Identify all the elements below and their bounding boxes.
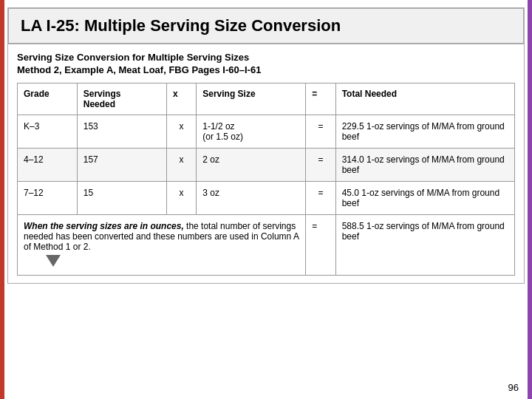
cell-grade: 4–12 <box>18 149 78 182</box>
header-grade: Grade <box>18 83 78 115</box>
cell-total: 229.5 1-oz servings of M/MA from ground … <box>335 115 514 149</box>
header-equals: = <box>306 83 335 115</box>
cell-equals: = <box>306 149 335 182</box>
cell-x: x <box>166 115 196 149</box>
cell-x: x <box>166 182 196 215</box>
header-servings: ServingsNeeded <box>77 83 166 115</box>
page-title: LA I-25: Multiple Serving Size Conversio… <box>21 16 511 35</box>
main-box: Serving Size Conversion for Multiple Ser… <box>7 44 525 284</box>
conversion-table: Grade ServingsNeeded x Serving Size = To… <box>17 83 515 276</box>
cell-servings: 15 <box>77 182 166 215</box>
cell-equals: = <box>306 182 335 215</box>
cell-total: 314.0 1-oz servings of M/MA from ground … <box>335 149 514 182</box>
subtitle-line1: Serving Size Conversion for Multiple Ser… <box>17 52 515 63</box>
content-area: LA I-25: Multiple Serving Size Conversio… <box>7 7 525 392</box>
cell-servings: 153 <box>77 115 166 149</box>
cell-grade: K–3 <box>18 115 78 149</box>
table-row: 4–12 157 x 2 oz = 314.0 1-oz servings of… <box>18 149 515 182</box>
accent-bar-right <box>528 0 532 399</box>
header-x: x <box>166 83 196 115</box>
cell-serving-size: 2 oz <box>197 149 306 182</box>
cell-equals: = <box>306 115 335 149</box>
bottom-row: When the serving sizes are in ounces, th… <box>18 215 515 276</box>
title-box: LA I-25: Multiple Serving Size Conversio… <box>7 7 525 44</box>
bottom-note-bold: When the serving sizes are in ounces, <box>24 221 184 231</box>
bottom-equals: = <box>306 215 335 276</box>
page: LA I-25: Multiple Serving Size Conversio… <box>0 0 532 399</box>
cell-serving-size: 1-1/2 oz(or 1.5 oz) <box>197 115 306 149</box>
header-total-needed: Total Needed <box>335 83 514 115</box>
arrow-down-icon <box>46 255 61 267</box>
bottom-note: When the serving sizes are in ounces, th… <box>18 215 306 276</box>
table-row: 7–12 15 x 3 oz = 45.0 1-oz servings of M… <box>18 182 515 215</box>
header-serving-size: Serving Size <box>197 83 306 115</box>
page-number: 96 <box>508 382 519 393</box>
accent-bar-left <box>0 0 4 399</box>
cell-serving-size: 3 oz <box>197 182 306 215</box>
cell-servings: 157 <box>77 149 166 182</box>
cell-x: x <box>166 149 196 182</box>
cell-grade: 7–12 <box>18 182 78 215</box>
bottom-total: 588.5 1-oz servings of M/MA from ground … <box>335 215 514 276</box>
table-row: K–3 153 x 1-1/2 oz(or 1.5 oz) = 229.5 1-… <box>18 115 515 149</box>
cell-total: 45.0 1-oz servings of M/MA from ground b… <box>335 182 514 215</box>
subtitle-line2: Method 2, Example A, Meat Loaf, FBG Page… <box>17 64 515 75</box>
